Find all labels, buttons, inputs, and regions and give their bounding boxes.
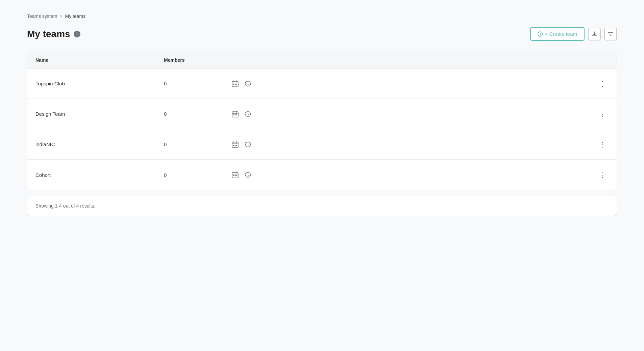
breadcrumb: Teams system > My teams	[27, 14, 617, 19]
team-members: 0	[164, 111, 231, 117]
calendar-icon[interactable]	[231, 171, 239, 179]
create-team-label: + Create team	[545, 31, 577, 37]
download-icon	[591, 31, 597, 37]
calendar-icon[interactable]	[231, 110, 239, 118]
col-members-header: Members	[164, 57, 231, 63]
more-options-button[interactable]: ⋮	[596, 109, 609, 119]
team-name: indiaNIC	[35, 141, 164, 147]
page-header: My teams i + Create team	[27, 27, 617, 41]
row-actions	[231, 141, 588, 148]
filter-icon	[608, 31, 614, 37]
calendar-icon[interactable]	[231, 141, 239, 148]
svg-rect-8	[235, 84, 236, 85]
svg-rect-15	[235, 114, 236, 115]
page-title-group: My teams i	[27, 29, 80, 39]
table-row: Design Team 0	[27, 99, 617, 129]
create-team-button[interactable]: + Create team	[530, 27, 585, 41]
page-title: My teams	[27, 29, 70, 39]
breadcrumb-current: My teams	[65, 14, 85, 19]
history-icon[interactable]	[244, 141, 252, 148]
row-actions	[231, 80, 588, 87]
history-icon[interactable]	[244, 80, 252, 87]
more-options-button[interactable]: ⋮	[596, 169, 609, 180]
svg-rect-14	[233, 114, 234, 115]
svg-rect-16	[236, 114, 237, 115]
svg-rect-29	[235, 175, 236, 176]
table-row: Topspin Club 0	[27, 69, 617, 99]
table-header: Name Members	[27, 52, 617, 69]
breadcrumb-parent[interactable]: Teams system	[27, 14, 57, 19]
plus-circle-icon	[538, 31, 543, 37]
team-members: 0	[164, 172, 231, 178]
more-options-cell: ⋮	[588, 109, 609, 119]
row-actions	[231, 171, 588, 179]
history-icon[interactable]	[244, 110, 252, 118]
svg-rect-21	[233, 145, 234, 146]
svg-rect-28	[233, 175, 234, 176]
info-icon[interactable]: i	[74, 31, 80, 37]
team-members: 0	[164, 81, 231, 86]
more-options-button[interactable]: ⋮	[596, 139, 609, 150]
header-actions: + Create team	[530, 27, 617, 41]
results-footer: Showing 1-4 out of 4 results.	[27, 196, 617, 216]
table-row: Cohort 0	[27, 160, 617, 190]
download-button[interactable]	[588, 28, 601, 40]
history-icon[interactable]	[244, 171, 252, 179]
calendar-icon[interactable]	[231, 80, 239, 87]
team-name: Topspin Club	[35, 81, 164, 86]
row-actions	[231, 110, 588, 118]
filter-button[interactable]	[604, 28, 617, 40]
svg-rect-30	[236, 175, 237, 176]
breadcrumb-separator: >	[60, 14, 62, 19]
team-members: 0	[164, 141, 231, 147]
svg-rect-7	[233, 84, 234, 85]
more-options-button[interactable]: ⋮	[596, 78, 609, 89]
teams-table: Name Members Topspin Club 0	[27, 52, 617, 190]
svg-rect-9	[236, 84, 237, 85]
col-name-header: Name	[35, 57, 164, 63]
team-name: Design Team	[35, 111, 164, 117]
more-options-cell: ⋮	[588, 139, 609, 150]
more-options-cell: ⋮	[588, 169, 609, 180]
team-name: Cohort	[35, 172, 164, 178]
svg-rect-22	[235, 145, 236, 146]
table-row: indiaNIC 0	[27, 129, 617, 160]
more-options-cell: ⋮	[588, 78, 609, 89]
svg-rect-23	[236, 145, 237, 146]
results-text: Showing 1-4 out of 4 results.	[35, 203, 95, 209]
